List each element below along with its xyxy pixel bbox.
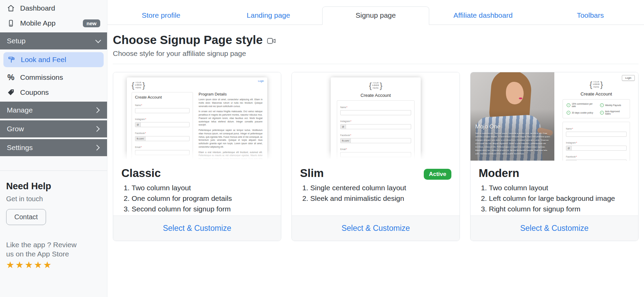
- sidebar-item-coupons[interactable]: Coupons: [0, 85, 107, 100]
- program-paragraph: Etiam a erat interdum, pellentesque elit…: [198, 151, 263, 161]
- program-paragraph: Lorem ipsum dolor sit amet, consectetur …: [198, 98, 263, 108]
- your-logo-here-placeholder: { YOURLOGOHERE }: [132, 80, 263, 90]
- tab-signup-page[interactable]: Signup page: [322, 6, 430, 25]
- sidebar-section-settings[interactable]: Settings: [0, 139, 107, 156]
- sidebar-item-mobile-app[interactable]: Mobile App new: [0, 16, 107, 31]
- facebook-field: Facebook*fb.com/: [566, 153, 627, 161]
- video-tutorial-icon[interactable]: [267, 38, 276, 44]
- hero-paragraph: Sed et molestie est. Sed est purus, mole…: [475, 132, 552, 155]
- tab-toolbars[interactable]: Toolbars: [537, 6, 644, 25]
- card-title-modern: Modern: [479, 167, 519, 180]
- sidebar-item-label: Coupons: [20, 88, 49, 96]
- logo-brace: {: [589, 80, 592, 89]
- feature-item: Single centered column layout: [310, 184, 451, 192]
- card-modern: Mojo One Sed et molestie est. Sed est pu…: [470, 72, 639, 241]
- help-title: Need Help: [6, 181, 101, 192]
- feature-item: Left column for large background image: [489, 194, 630, 203]
- percent-icon: %: [7, 73, 15, 81]
- main-content: Store profile Landing page Signup page A…: [107, 0, 644, 297]
- program-details-column: Program Details Lorem ipsum dolor sit am…: [198, 92, 263, 161]
- logo-brace: {: [132, 80, 134, 90]
- signup-style-page: Choose Signup Page style Choose style fo…: [107, 25, 644, 241]
- feature-item: One column for program details: [132, 194, 273, 203]
- page-title: Choose Signup Page style: [113, 33, 639, 47]
- perk-item: ✓Auto Approved Sales: [600, 110, 626, 115]
- instagram-field: Instagram*@: [566, 139, 627, 151]
- sidebar-item-label: Dashboard: [20, 4, 55, 12]
- tab-store-profile[interactable]: Store profile: [107, 6, 215, 25]
- check-icon: ✓: [600, 111, 604, 115]
- card-slim: { YOURLOGOHERE } Create Account Name* In…: [291, 72, 460, 241]
- tab-landing-page[interactable]: Landing page: [215, 6, 322, 25]
- paint-roller-icon: [8, 56, 16, 64]
- your-logo-here-placeholder: { YOURLOGOHERE }: [337, 81, 415, 90]
- logo-brace: }: [143, 80, 145, 90]
- create-account-heading: Create Account: [562, 91, 631, 96]
- modern-signup-panel: Name* Instagram*@ Facebook*fb.com/ Email…: [563, 122, 630, 161]
- hero-title: Mojo One: [475, 123, 552, 130]
- password-field: Password*: [340, 159, 411, 161]
- review-prompt: Like the app ? Review us on the App Stor…: [6, 240, 85, 259]
- preview-login-link: Login: [258, 80, 264, 82]
- feature-item: Two column layout: [489, 184, 630, 192]
- chevron-right-icon: [94, 145, 100, 151]
- email-field: Email*: [340, 145, 411, 157]
- create-account-heading: Create Account: [337, 93, 415, 98]
- feature-list: Single centered column layout Sleek and …: [300, 184, 451, 203]
- header-divider: [113, 64, 639, 64]
- logo-text: YOURLOGOHERE: [134, 81, 143, 89]
- logo-brace: {: [369, 81, 372, 90]
- logo-text: YOURLOGOHERE: [592, 81, 600, 88]
- page-subtitle: Choose style for your affiliate signup p…: [113, 49, 639, 58]
- tab-affiliate-dashboard[interactable]: Affiliate dashboard: [429, 6, 537, 25]
- feature-item: Second column for signup form: [132, 205, 273, 213]
- card-footer: Select & Customize: [470, 216, 638, 241]
- home-icon: [7, 4, 15, 12]
- feature-item: Sleek and minimalistic design: [310, 194, 451, 203]
- program-details-heading: Program Details: [198, 92, 263, 96]
- chevron-right-icon: [94, 126, 100, 132]
- logo-text: YOURLOGOHERE: [372, 82, 380, 89]
- preview-login-button: Login: [622, 75, 635, 81]
- sidebar-item-commissions[interactable]: % Commissions: [0, 70, 107, 85]
- your-logo-here-placeholder: { YOURLOGOHERE }: [562, 80, 631, 89]
- check-icon: ✓: [567, 103, 570, 107]
- hero-background-photo: Mojo One Sed et molestie est. Sed est pu…: [470, 72, 554, 161]
- select-customize-modern-link[interactable]: Select & Customize: [520, 224, 589, 233]
- section-label: Manage: [7, 106, 33, 114]
- modern-preview-thumbnail: Mojo One Sed et molestie est. Sed est pu…: [470, 72, 638, 161]
- program-perks-box: ✓15% commission per sale ✓Weekly Payouts…: [563, 99, 630, 118]
- feature-list: Two column layout One column for program…: [121, 184, 273, 213]
- smartphone-icon: [7, 19, 15, 27]
- select-customize-slim-link[interactable]: Select & Customize: [342, 224, 410, 233]
- feature-list: Two column layout Left column for large …: [479, 184, 630, 213]
- name-field: Name*: [135, 101, 190, 113]
- chevron-down-icon: [95, 38, 101, 43]
- five-star-rating[interactable]: ★★★★★: [6, 259, 101, 270]
- section-label: Settings: [7, 144, 33, 152]
- card-classic: Login { YOURLOGOHERE } Create Account: [113, 72, 281, 241]
- instagram-field: Instagram*@: [135, 115, 190, 127]
- card-title-classic: Classic: [121, 167, 161, 180]
- section-label: Setup: [7, 37, 26, 45]
- slim-preview-thumbnail: { YOURLOGOHERE } Create Account Name* In…: [292, 72, 460, 161]
- perk-item: ✓30 days cookie policy: [567, 110, 597, 115]
- logo-brace: }: [600, 80, 603, 89]
- sidebar-section-setup[interactable]: Setup: [0, 32, 107, 49]
- contact-button[interactable]: Contact: [6, 209, 46, 225]
- sidebar-item-label: Mobile App: [20, 19, 56, 27]
- card-title-slim: Slim: [300, 167, 324, 180]
- card-footer: Select & Customize: [292, 216, 460, 241]
- sidebar-section-grow[interactable]: Grow: [0, 120, 107, 137]
- feature-item: Two column layout: [132, 184, 273, 192]
- sidebar-item-dashboard[interactable]: Dashboard: [0, 1, 107, 16]
- sidebar-section-manage[interactable]: Manage: [0, 102, 107, 119]
- sidebar-item-label: Look and Feel: [21, 56, 66, 64]
- modern-signup-column: Login { YOURLOGOHERE } Create Account ✓1…: [554, 72, 638, 161]
- new-badge: new: [83, 19, 100, 27]
- style-cards-grid: Login { YOURLOGOHERE } Create Account: [113, 72, 639, 241]
- sidebar-item-look-and-feel[interactable]: Look and Feel: [3, 52, 104, 67]
- classic-mini-page: Login { YOURLOGOHERE } Create Account: [127, 77, 267, 161]
- feature-item: Right column for signup form: [489, 205, 630, 213]
- select-customize-classic-link[interactable]: Select & Customize: [163, 224, 231, 233]
